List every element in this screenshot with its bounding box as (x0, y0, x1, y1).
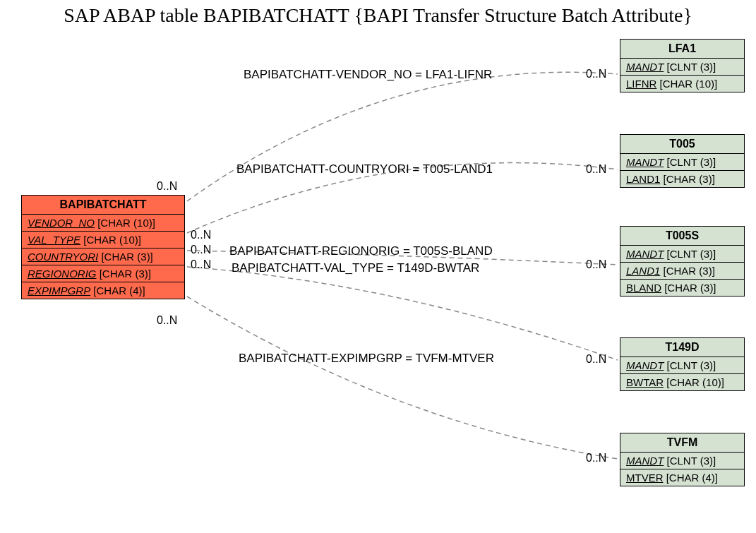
cardinality: 0..N (586, 353, 606, 366)
cardinality: 0..N (586, 258, 606, 271)
field-row: MANDT [CLNT (3)] (620, 59, 744, 76)
relation-label: BAPIBATCHATT-VENDOR_NO = LFA1-LIFNR (244, 68, 492, 82)
field-row: LAND1 [CHAR (3)] (620, 263, 744, 280)
cardinality: 0..N (191, 229, 211, 241)
relation-label: BAPIBATCHATT-EXPIMPGRP = TVFM-MTVER (239, 352, 494, 366)
field-row: BWTAR [CHAR (10)] (620, 374, 744, 390)
entity-header: T005 (620, 135, 744, 154)
entity-t005s: T005S MANDT [CLNT (3)] LAND1 [CHAR (3)] … (620, 226, 745, 297)
cardinality: 0..N (157, 180, 177, 193)
entity-header: BAPIBATCHATT (22, 196, 184, 215)
field-row: MANDT [CLNT (3)] (620, 246, 744, 263)
field-row: BLAND [CHAR (3)] (620, 280, 744, 296)
field-row: LIFNR [CHAR (10)] (620, 76, 744, 92)
cardinality: 0..N (191, 258, 211, 271)
cardinality: 0..N (586, 68, 606, 80)
relation-label: BAPIBATCHATT-COUNTRYORI = T005-LAND1 (236, 162, 493, 176)
field-row: MANDT [CLNT (3)] (620, 453, 744, 469)
field-row: EXPIMPGRP [CHAR (4)] (22, 282, 184, 299)
cardinality: 0..N (586, 163, 606, 176)
entity-lfa1: LFA1 MANDT [CLNT (3)] LIFNR [CHAR (10)] (620, 39, 745, 92)
field-row: VAL_TYPE [CHAR (10)] (22, 232, 184, 248)
field-row: MTVER [CHAR (4)] (620, 469, 744, 486)
field-row: MANDT [CLNT (3)] (620, 154, 744, 171)
cardinality: 0..N (586, 452, 606, 465)
entity-t149d: T149D MANDT [CLNT (3)] BWTAR [CHAR (10)] (620, 337, 745, 391)
relation-label: BAPIBATCHATT-REGIONORIG = T005S-BLAND (229, 244, 493, 258)
field-row: VENDOR_NO [CHAR (10)] (22, 215, 184, 232)
field-row: LAND1 [CHAR (3)] (620, 171, 744, 187)
entity-header: T149D (620, 338, 744, 357)
cardinality: 0..N (191, 244, 211, 256)
cardinality: 0..N (157, 314, 177, 327)
entity-bapibatchatt: BAPIBATCHATT VENDOR_NO [CHAR (10)] VAL_T… (21, 195, 185, 299)
entity-header: TVFM (620, 433, 744, 453)
entity-header: LFA1 (620, 40, 744, 59)
field-row: COUNTRYORI [CHAR (3)] (22, 248, 184, 265)
entity-t005: T005 MANDT [CLNT (3)] LAND1 [CHAR (3)] (620, 134, 745, 188)
entity-tvfm: TVFM MANDT [CLNT (3)] MTVER [CHAR (4)] (620, 433, 745, 486)
field-row: MANDT [CLNT (3)] (620, 357, 744, 374)
diagram-title: SAP ABAP table BAPIBATCHATT {BAPI Transf… (0, 4, 756, 27)
relation-label: BAPIBATCHATT-VAL_TYPE = T149D-BWTAR (232, 261, 479, 275)
entity-header: T005S (620, 227, 744, 246)
field-row: REGIONORIG [CHAR (3)] (22, 265, 184, 282)
